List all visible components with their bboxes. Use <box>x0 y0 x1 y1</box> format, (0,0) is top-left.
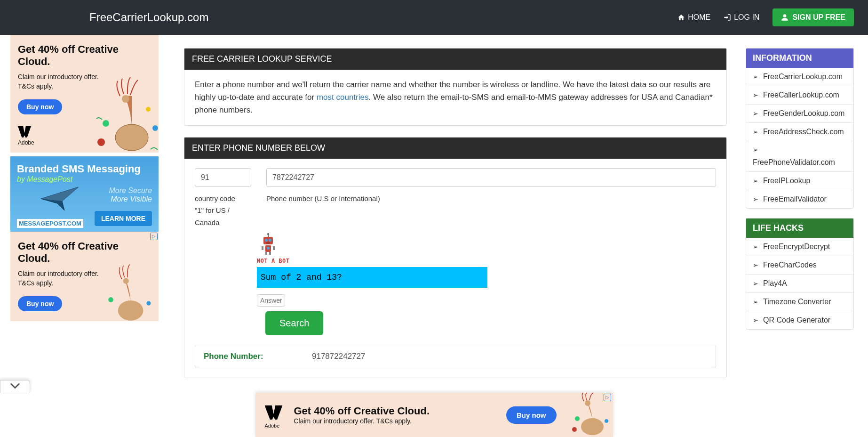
service-heading: FREE CARRIER LOOKUP SERVICE <box>184 49 726 70</box>
hacks-item-0[interactable]: ➢FreeEncryptDecrypt <box>746 238 853 256</box>
ad-sms-footer: MESSAGEPOST.COM <box>17 219 83 228</box>
login-icon <box>724 14 731 21</box>
arrow-icon: ➢ <box>753 316 758 324</box>
arrow-icon: ➢ <box>753 195 758 203</box>
svg-point-10 <box>146 301 151 306</box>
form-row: country code "1" for US / Canada Phone n… <box>184 159 726 234</box>
paper-plane-icon <box>39 185 81 213</box>
svg-point-5 <box>152 125 158 131</box>
lifehacks-panel: LIFE HACKS ➢FreeEncryptDecrypt ➢FreeChar… <box>746 218 854 330</box>
hacks-item-2[interactable]: ➢Play4A <box>746 274 853 292</box>
captcha-label: NOT A BOT <box>257 258 290 264</box>
result-label: Phone Number: <box>204 352 312 361</box>
arrow-icon: ➢ <box>753 146 758 154</box>
arrow-icon: ➢ <box>753 280 758 287</box>
result-value: 917872242727 <box>312 352 365 361</box>
ad-sms-line3: More Secure <box>17 186 152 195</box>
svg-point-9 <box>108 297 113 302</box>
svg-point-3 <box>103 120 109 127</box>
captcha-area: NOT A BOT Sum of 2 and 13? Search <box>184 233 726 345</box>
svg-point-2 <box>122 95 129 103</box>
page-body: Get 40% off Creative Cloud. Claim our in… <box>0 35 868 389</box>
login-link[interactable]: LOG IN <box>724 13 759 22</box>
svg-point-18 <box>267 233 269 235</box>
info-item-1[interactable]: ➢FreeCallerLookup.com <box>746 86 853 104</box>
info-item-2[interactable]: ➢FreeGenderLookup.com <box>746 104 853 122</box>
left-ad-column: Get 40% off Creative Cloud. Claim our in… <box>0 35 159 325</box>
ad-cc-title: Get 40% off Creative Cloud. <box>18 43 151 68</box>
brand-link[interactable]: FreeCarrierLookup.com <box>89 11 208 24</box>
arrow-icon: ➢ <box>753 177 758 185</box>
ad-collapse-button[interactable] <box>0 380 30 389</box>
main-column: FREE CARRIER LOOKUP SERVICE Enter a phon… <box>159 35 746 389</box>
svg-point-14 <box>269 239 271 242</box>
information-panel: INFORMATION ➢FreeCarrierLookup.com ➢Free… <box>746 48 854 209</box>
ad-cc2-cta[interactable]: Buy now <box>18 296 62 311</box>
info-item-6[interactable]: ➢FreeEmailValidator <box>746 190 853 208</box>
search-button[interactable]: Search <box>265 311 323 335</box>
ad-illustration <box>92 76 159 153</box>
home-link[interactable]: HOME <box>677 13 710 22</box>
country-code-input[interactable] <box>195 168 251 187</box>
phone-input[interactable] <box>266 168 716 187</box>
info-item-5[interactable]: ➢FreeIPLookup <box>746 171 853 190</box>
ad-creative-cloud-2[interactable]: ▷ Get 40% off Creative Cloud. Claim our … <box>10 232 159 321</box>
arrow-icon: ➢ <box>753 261 758 269</box>
svg-point-8 <box>123 278 129 284</box>
form-panel: ENTER PHONE NUMBER BELOW country code "1… <box>184 137 727 379</box>
svg-point-6 <box>146 107 151 112</box>
svg-rect-22 <box>269 252 271 255</box>
country-code-col: country code "1" for US / Canada <box>195 168 251 229</box>
ad-messagepost[interactable]: Branded SMS Messaging by MessagePost Mor… <box>10 156 159 232</box>
service-body: Enter a phone number and we'll return th… <box>184 70 726 125</box>
signup-label: SIGN UP FREE <box>792 13 845 22</box>
svg-point-13 <box>265 239 268 242</box>
phone-help: Phone number (U.S or International) <box>266 193 716 205</box>
ad-cc-cta[interactable]: Buy now <box>18 99 62 114</box>
svg-rect-15 <box>266 243 270 243</box>
country-code-help: country code "1" for US / Canada <box>195 193 251 229</box>
form-heading: ENTER PHONE NUMBER BELOW <box>184 138 726 159</box>
ad-sms-line1: Branded SMS Messaging <box>17 163 152 175</box>
svg-rect-19 <box>262 246 263 250</box>
navbar: FreeCarrierLookup.com HOME LOG IN SIGN U… <box>0 0 868 35</box>
home-label: HOME <box>688 13 710 22</box>
lifehacks-heading: LIFE HACKS <box>746 218 853 238</box>
ad-sms-cta[interactable]: LEARN MORE <box>95 211 152 226</box>
home-icon <box>677 14 685 21</box>
ad-choices-icon[interactable]: ▷ <box>150 233 158 240</box>
information-heading: INFORMATION <box>746 49 853 68</box>
captcha-question: Sum of 2 and 13? <box>257 267 487 288</box>
adobe-logo: Adobe <box>18 126 34 146</box>
result-panel: Phone Number: 917872242727 <box>195 345 716 368</box>
svg-rect-21 <box>265 252 267 255</box>
robot-icon <box>257 233 279 256</box>
svg-point-4 <box>97 138 105 146</box>
information-list: ➢FreeCarrierLookup.com ➢FreeCallerLookup… <box>746 68 853 208</box>
login-label: LOG IN <box>734 13 759 22</box>
hacks-item-4[interactable]: ➢QR Code Generator <box>746 311 853 329</box>
arrow-icon: ➢ <box>753 298 758 306</box>
info-item-4[interactable]: ➢FreePhoneValidator.com <box>746 141 853 171</box>
ad-sms-line4: More Visible <box>17 195 152 203</box>
ad-creative-cloud-1[interactable]: Get 40% off Creative Cloud. Claim our in… <box>10 35 159 153</box>
svg-point-7 <box>118 300 143 321</box>
most-countries-link[interactable]: most countries <box>317 93 369 102</box>
captcha-answer-input[interactable] <box>257 294 285 307</box>
hacks-item-1[interactable]: ➢FreeCharCodes <box>746 256 853 274</box>
phone-col: Phone number (U.S or International) <box>266 168 716 205</box>
chevron-down-icon <box>10 382 20 389</box>
arrow-icon: ➢ <box>753 110 758 117</box>
ad-illustration-2 <box>92 264 159 321</box>
arrow-icon: ➢ <box>753 243 758 251</box>
captcha-robot: NOT A BOT <box>257 233 716 264</box>
info-item-3[interactable]: ➢FreeAddressCheck.com <box>746 122 853 141</box>
svg-rect-20 <box>273 246 275 250</box>
arrow-icon: ➢ <box>753 73 758 81</box>
ad-cc2-title: Get 40% off Creative Cloud. <box>18 240 151 265</box>
info-item-0[interactable]: ➢FreeCarrierLookup.com <box>746 68 853 86</box>
signup-button[interactable]: SIGN UP FREE <box>772 8 854 26</box>
svg-point-16 <box>267 247 270 250</box>
hacks-item-3[interactable]: ➢Timezone Converter <box>746 292 853 311</box>
user-icon <box>781 14 788 21</box>
